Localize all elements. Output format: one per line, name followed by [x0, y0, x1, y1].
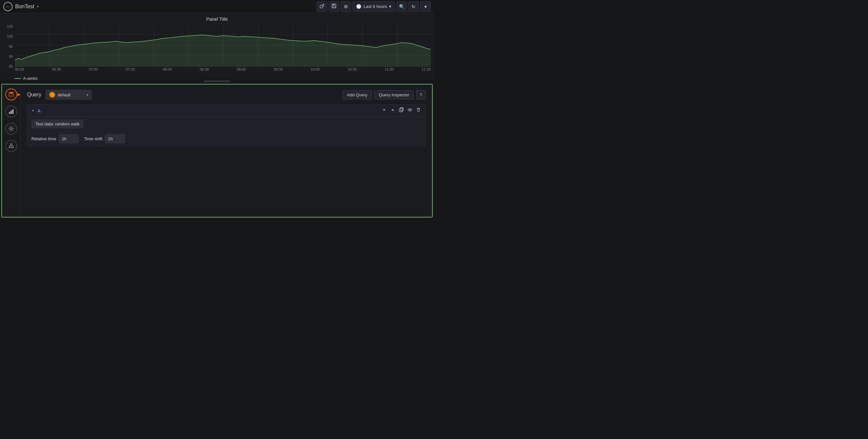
query-block-a-body: Test data: random walk — [27, 116, 425, 131]
clock-icon: 🕐 — [356, 4, 361, 9]
chart-title: Panel Title — [0, 16, 434, 22]
time-dropdown-icon: ▾ — [389, 4, 392, 9]
chart-area: Panel Title 105 100 95 90 85 — [0, 13, 434, 79]
relative-time-label: Relative time — [31, 136, 56, 141]
datasource-icon — [49, 92, 55, 98]
delete-icon[interactable] — [416, 107, 421, 114]
svg-rect-2 — [333, 4, 335, 5]
time-shift-label: Time shift — [84, 136, 102, 141]
y-label-90: 90 — [9, 55, 13, 59]
relative-time-group: Relative time — [31, 134, 79, 143]
refresh-icon: ↻ — [411, 4, 415, 9]
svg-rect-28 — [399, 109, 402, 112]
sidebar-settings-icon[interactable] — [5, 123, 17, 135]
x-label-0700: 07:00 — [89, 67, 98, 71]
query-block-a-title[interactable]: ▼ A — [31, 108, 41, 113]
y-axis: 105 100 95 90 85 — [0, 24, 15, 75]
sidebar-data-icon[interactable]: ▶ — [5, 89, 17, 100]
more-icon: ▾ — [425, 4, 427, 9]
add-query-button[interactable]: Add Query — [342, 91, 372, 99]
header-right: ⚙ 🕐 Last 6 hours ▾ 🔍 ↻ ▾ — [317, 1, 431, 12]
relative-time-input[interactable] — [59, 134, 79, 143]
time-range-button[interactable]: 🕐 Last 6 hours ▾ — [352, 1, 395, 12]
svg-point-20 — [9, 92, 13, 94]
y-label-95: 95 — [9, 44, 13, 48]
gear-icon: ⚙ — [344, 4, 348, 9]
x-label-0630: 06:30 — [52, 67, 61, 71]
y-label-100: 100 — [7, 34, 13, 38]
svg-rect-21 — [9, 112, 10, 114]
header: ← BonTest ▾ ⚙ � — [0, 0, 434, 13]
bottom-panel: ▶ Query — [1, 84, 433, 217]
move-up-icon[interactable] — [390, 107, 395, 114]
query-id: A — [37, 108, 41, 113]
svg-point-27 — [51, 93, 54, 94]
sidebar-viz-icon[interactable] — [5, 106, 17, 117]
svg-rect-23 — [12, 109, 13, 114]
x-label-1100: 11:00 — [384, 67, 394, 71]
visibility-icon[interactable] — [407, 107, 412, 114]
y-label-105: 105 — [7, 25, 13, 28]
save-icon — [332, 4, 336, 9]
header-left: ← BonTest ▾ — [3, 2, 317, 11]
query-inspector-button[interactable]: Query Inspector — [375, 91, 414, 99]
duplicate-icon[interactable] — [399, 107, 404, 114]
query-row: Query default ▾ Add Query Query Inspect — [27, 90, 426, 100]
legend-dot — [14, 78, 21, 79]
x-axis: 06:00 06:30 07:00 07:30 08:00 08:30 09:0… — [15, 67, 431, 71]
x-label-1030: 10:30 — [347, 67, 357, 71]
sidebar-alert-icon[interactable] — [5, 140, 17, 152]
x-label-0730: 07:30 — [126, 67, 135, 71]
svg-point-31 — [409, 109, 410, 110]
search-icon: 🔍 — [399, 4, 405, 9]
svg-point-26 — [11, 147, 11, 147]
settings-button[interactable]: ⚙ — [341, 1, 351, 12]
save-button[interactable] — [329, 1, 339, 12]
x-label-1130: 11:30 — [422, 67, 431, 71]
svg-rect-0 — [320, 5, 323, 8]
chart-svg — [15, 24, 431, 67]
search-button[interactable]: 🔍 — [396, 1, 407, 12]
chart-body: 06:00 06:30 07:00 07:30 08:00 08:30 09:0… — [15, 24, 431, 75]
share-button[interactable] — [317, 1, 327, 12]
datasource-dropdown-icon: ▾ — [87, 93, 88, 97]
x-label-0930: 09:30 — [274, 67, 283, 71]
time-shift-group: Time shift — [84, 134, 125, 143]
svg-point-24 — [10, 128, 12, 130]
query-left: Query default ▾ — [27, 90, 92, 100]
query-block-a-header: ▼ A — [27, 105, 425, 116]
datasource-name: default — [58, 93, 71, 97]
time-range-label: Last 6 hours — [363, 4, 387, 9]
query-block-a: ▼ A — [27, 104, 426, 146]
svg-rect-3 — [333, 6, 335, 8]
collapse-icon: ▼ — [31, 109, 35, 112]
refresh-button[interactable]: ↻ — [408, 1, 419, 12]
title-dropdown-icon[interactable]: ▾ — [37, 5, 39, 8]
main-content: Query default ▾ Add Query Query Inspect — [21, 85, 432, 217]
active-indicator: ▶ — [18, 92, 21, 97]
svg-rect-22 — [10, 110, 12, 114]
help-button[interactable]: ? — [416, 90, 426, 99]
chart-fill — [15, 35, 431, 67]
chart-container: 105 100 95 90 85 — [0, 24, 434, 75]
legend-label: A-series — [23, 76, 38, 81]
sidebar: ▶ — [2, 85, 21, 217]
more-button[interactable]: ▾ — [420, 1, 431, 12]
back-icon: ← — [6, 4, 10, 9]
query-label: Query — [27, 92, 42, 98]
time-shift-input[interactable] — [105, 134, 125, 143]
x-label-0830: 08:30 — [200, 67, 209, 71]
x-label-1000: 10:00 — [311, 67, 320, 71]
test-data-button[interactable]: Test data: random walk — [31, 120, 84, 128]
x-label-0800: 08:00 — [163, 67, 172, 71]
x-label-0600: 06:00 — [15, 67, 24, 71]
move-down-icon[interactable] — [381, 107, 387, 114]
back-button[interactable]: ← — [3, 2, 12, 11]
share-icon — [320, 4, 324, 9]
chart-legend: A-series — [0, 75, 434, 81]
datasource-select[interactable]: default ▾ — [45, 90, 92, 100]
query-right: Add Query Query Inspector ? — [342, 90, 426, 99]
query-options-row: Relative time Time shift — [27, 131, 425, 146]
x-label-0900: 09:00 — [237, 67, 246, 71]
app-title: BonTest — [15, 4, 34, 9]
